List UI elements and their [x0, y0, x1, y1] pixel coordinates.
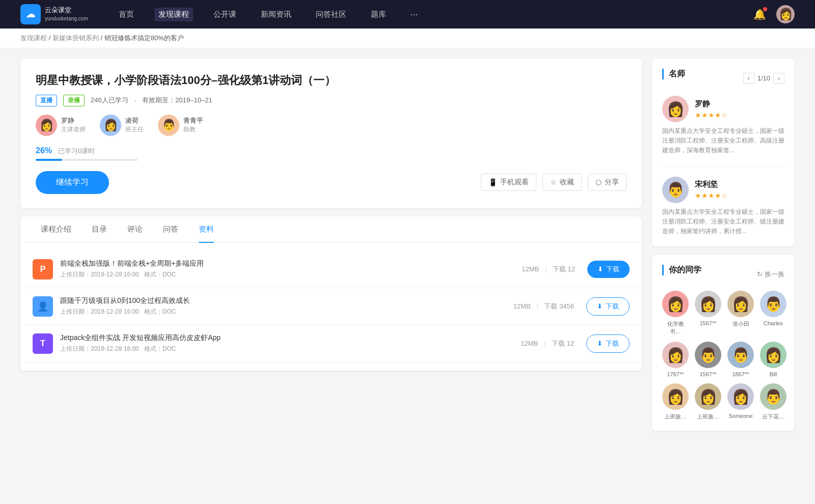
teacher-2-info: 凌荷 班主任 [125, 116, 144, 134]
progress-bar-bg [36, 159, 138, 161]
resource-stats-3: 12MB | 下载 12 [521, 339, 574, 348]
course-card: 明星中教授课，小学阶段语法100分–强化级第1讲动词（一） 直播 录播 246人… [20, 59, 642, 208]
teacher-2-name: 凌荷 [125, 116, 144, 125]
teacher-sidebar-1-desc: 国内某重点大学安全工程专业硕士，国家一级注册消防工程师、注册安全工程师、高级注册… [662, 126, 784, 156]
download-icon-1: ⬇ [597, 265, 603, 273]
share-button[interactable]: ⬡ 分享 [588, 174, 627, 191]
teacher-1-name: 罗静 [61, 116, 86, 125]
classmate-10: 👩 上班族… [695, 383, 721, 421]
tab-intro[interactable]: 课程介绍 [31, 216, 82, 242]
classmate-11: 👩 Someone [727, 383, 754, 421]
resource-item-2: 👤 跟随千万级项目从0到100全过程高效成长 上传日期：2019-12-28 1… [20, 288, 642, 325]
classmates-title: 你的同学 [662, 265, 701, 275]
classmate-5-avatar[interactable]: 👩 [662, 342, 689, 368]
resource-stats-2: 12MB | 下载 3456 [513, 302, 574, 311]
tab-qa[interactable]: 问答 [153, 216, 188, 242]
classmate-1: 👩 化学教书… [662, 291, 689, 335]
nav-quiz[interactable]: 题库 [367, 8, 390, 21]
classmate-3: 👩 张小田 [727, 291, 754, 335]
resource-meta-2: 上传日期：2019-12-28 16:00 格式：DOC [60, 307, 513, 316]
classmate-9: 👩 上班族… [662, 383, 689, 421]
tab-resources[interactable]: 资料 [188, 216, 224, 242]
continue-button[interactable]: 继续学习 [36, 171, 109, 194]
breadcrumb-series[interactable]: 新媒体营销系列 [52, 34, 99, 42]
classmate-12-avatar[interactable]: 👨 [760, 383, 786, 410]
classmate-6-avatar[interactable]: 👨 [695, 342, 721, 368]
nav-home[interactable]: 首页 [115, 8, 138, 21]
teachers-sidebar-card: 名师 ‹ 1/10 › 👩 罗静 ★★★★☆ 国内某重点大学安全工程专业硕士，国… [652, 59, 795, 246]
download-icon-2: ⬇ [597, 302, 603, 310]
course-title: 明星中教授课，小学阶段语法100分–强化级第1讲动词（一） [36, 73, 627, 89]
bell-icon[interactable]: 🔔 [753, 8, 766, 20]
teacher-3: 👨 青青平 助教 [158, 115, 203, 136]
refresh-button[interactable]: ↻ 换一换 [757, 270, 784, 279]
progress-bar-fill [36, 159, 62, 161]
nav-news[interactable]: 新闻资讯 [257, 8, 295, 21]
classmate-8: 👩 Bill [760, 342, 786, 377]
refresh-icon: ↻ [757, 270, 763, 278]
navbar: ☁ 云朵课堂yunduoketang.com 首页 发现课程 公开课 新闻资讯 … [0, 0, 815, 29]
classmate-8-avatar[interactable]: 👩 [760, 342, 786, 368]
progress-sub: 已学习0课时 [58, 147, 95, 155]
download-icon-3: ⬇ [597, 340, 603, 347]
teacher-sidebar-1-info: 罗静 ★★★★☆ [695, 99, 728, 119]
watch-mobile-button[interactable]: 📱 手机观看 [481, 174, 536, 191]
share-icon: ⬡ [595, 178, 602, 186]
tab-review[interactable]: 评论 [117, 216, 153, 242]
notification-dot [763, 7, 767, 11]
nav-discover[interactable]: 发现课程 [154, 8, 193, 21]
resource-icon-3: T [33, 333, 53, 354]
teachers-section-title: 名师 [662, 69, 685, 79]
classmate-1-avatar[interactable]: 👩 [662, 291, 689, 317]
teacher-1-role: 主讲老师 [61, 125, 86, 134]
download-button-1[interactable]: ⬇ 下载 [587, 261, 630, 278]
valid-until: 有效期至：2019–10–21 [142, 96, 212, 105]
classmate-12: 👨 云下花… [760, 383, 786, 421]
classmate-7: 👨 1867** [727, 342, 754, 377]
classmate-4-name: Charles [764, 320, 783, 326]
resource-title-3: Jetpack全组件实战 开发短视频应用高仿皮皮虾App [60, 333, 521, 343]
collect-button[interactable]: ☆ 收藏 [542, 174, 582, 191]
download-button-2[interactable]: ⬇ 下载 [586, 297, 630, 316]
user-avatar-nav[interactable]: 👩 [776, 5, 795, 23]
classmate-4-avatar[interactable]: 👨 [760, 291, 786, 317]
classmate-9-avatar[interactable]: 👩 [662, 383, 689, 410]
teacher-3-info: 青青平 助教 [183, 116, 203, 134]
teachers-pagination: ‹ 1/10 › [743, 73, 784, 84]
action-buttons: 📱 手机观看 ☆ 收藏 ⬡ 分享 [481, 174, 627, 191]
progress-label: 26% [36, 146, 52, 155]
nav-qa[interactable]: 问答社区 [312, 8, 350, 21]
breadcrumb-discover[interactable]: 发现课程 [20, 34, 47, 42]
classmate-8-name: Bill [770, 371, 777, 377]
classmate-11-avatar[interactable]: 👩 [727, 383, 754, 410]
separator: · [134, 97, 137, 104]
classmate-10-avatar[interactable]: 👩 [695, 383, 721, 410]
nav-right: 🔔 👩 [753, 5, 795, 23]
teacher-2: 👩 凌荷 班主任 [100, 115, 144, 136]
teacher-sidebar-1-avatar: 👩 [662, 96, 689, 122]
teachers-next-btn[interactable]: › [773, 73, 784, 84]
classmate-5: 👩 1767** [662, 342, 689, 377]
teacher-3-avatar: 👨 [158, 115, 179, 136]
classmate-3-avatar[interactable]: 👩 [727, 291, 754, 317]
resource-title-1: 前端全栈加强版！前端全栈+全周期+多端应用 [60, 259, 522, 268]
breadcrumb-current: 销冠修炼术搞定80%的客户 [104, 34, 184, 42]
classmate-7-avatar[interactable]: 👨 [727, 342, 754, 368]
classmate-2-avatar[interactable]: 👩 [695, 291, 721, 317]
tab-catalog[interactable]: 目录 [82, 216, 117, 242]
logo[interactable]: ☁ 云朵课堂yunduoketang.com [20, 4, 88, 24]
nav-open[interactable]: 公开课 [209, 8, 240, 21]
teacher-3-role: 助教 [183, 125, 203, 134]
resource-info-2: 跟随千万级项目从0到100全过程高效成长 上传日期：2019-12-28 16:… [60, 296, 513, 316]
teachers-page: 1/10 [757, 74, 770, 82]
resource-info-1: 前端全栈加强版！前端全栈+全周期+多端应用 上传日期：2019-12-28 16… [60, 259, 522, 279]
classmate-6: 👨 1567** [695, 342, 721, 377]
logo-icon: ☁ [20, 4, 41, 24]
nav-more[interactable]: ··· [406, 7, 422, 22]
teachers-prev-btn[interactable]: ‹ [743, 73, 754, 84]
download-button-3[interactable]: ⬇ 下载 [586, 334, 630, 353]
progress-section: 26% 已学习0课时 [36, 146, 627, 161]
badge-rec: 录播 [63, 95, 85, 106]
classmate-4: 👨 Charles [760, 291, 786, 335]
classmate-7-name: 1867** [732, 371, 749, 377]
